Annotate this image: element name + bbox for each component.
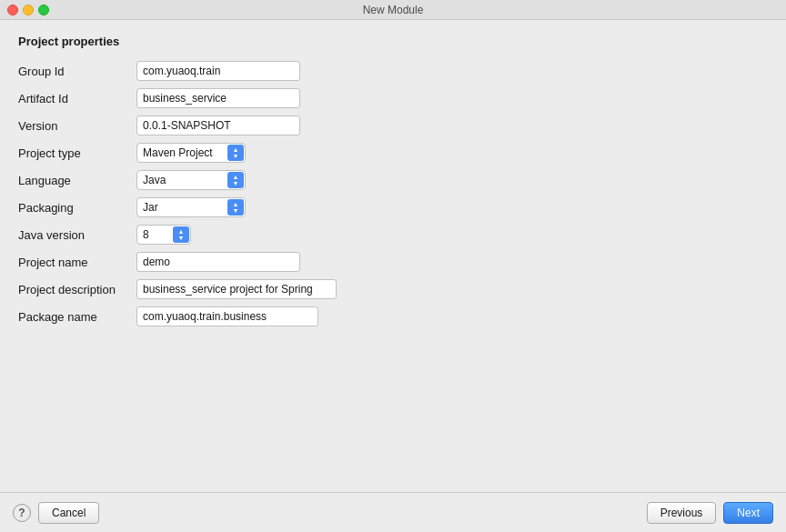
project-type-select-wrapper: Maven Project Gradle Project ▲ ▼ xyxy=(136,143,246,163)
group-id-label: Group Id xyxy=(18,65,136,78)
artifact-id-label: Artifact Id xyxy=(18,92,136,105)
package-name-row xyxy=(136,306,455,326)
java-version-select-wrapper: 8 11 17 ▲ ▼ xyxy=(136,225,191,245)
project-name-label: Project name xyxy=(18,256,136,269)
window-title: New Module xyxy=(363,4,424,16)
package-name-input[interactable] xyxy=(136,306,318,326)
project-description-input[interactable] xyxy=(136,279,337,299)
next-button[interactable]: Next xyxy=(723,502,773,524)
project-name-input[interactable] xyxy=(136,252,300,272)
maximize-button[interactable] xyxy=(38,5,49,15)
project-type-label: Project type xyxy=(18,146,136,160)
previous-button[interactable]: Previous xyxy=(647,502,717,524)
packaging-label: Packaging xyxy=(18,201,136,215)
content-area: Project properties Group Id Artifact Id … xyxy=(0,20,786,492)
minimize-button[interactable] xyxy=(23,5,34,15)
packaging-select[interactable]: Jar War xyxy=(136,197,246,217)
project-description-row xyxy=(136,279,455,299)
group-id-input[interactable] xyxy=(136,61,300,81)
packaging-row: Jar War ▲ ▼ xyxy=(136,197,455,217)
artifact-id-row xyxy=(136,88,455,108)
close-button[interactable] xyxy=(7,5,18,15)
help-button[interactable]: ? xyxy=(13,504,31,522)
project-type-row: Maven Project Gradle Project ▲ ▼ xyxy=(136,143,455,163)
section-title: Project properties xyxy=(18,35,768,48)
project-name-row xyxy=(136,252,455,272)
project-description-label: Project description xyxy=(18,283,136,296)
cancel-button[interactable]: Cancel xyxy=(38,502,99,524)
package-name-label: Package name xyxy=(18,310,136,324)
group-id-row xyxy=(136,61,455,81)
traffic-lights xyxy=(7,5,49,15)
packaging-select-wrapper: Jar War ▲ ▼ xyxy=(136,197,246,217)
version-label: Version xyxy=(18,119,136,133)
language-select-wrapper: Java Kotlin Groovy ▲ ▼ xyxy=(136,170,246,190)
java-version-label: Java version xyxy=(18,228,136,242)
project-type-select[interactable]: Maven Project Gradle Project xyxy=(136,143,246,163)
language-label: Language xyxy=(18,174,136,187)
java-version-row: 8 11 17 ▲ ▼ xyxy=(136,225,455,245)
version-row xyxy=(136,115,455,136)
bottom-right-controls: Previous Next xyxy=(647,502,773,524)
project-properties-form: Group Id Artifact Id Version Project typ… xyxy=(18,61,455,326)
version-input[interactable] xyxy=(136,115,300,136)
title-bar: New Module xyxy=(0,0,786,20)
bottom-bar: ? Cancel Previous Next xyxy=(0,492,786,532)
bottom-left-controls: ? Cancel xyxy=(13,502,99,524)
artifact-id-input[interactable] xyxy=(136,88,300,108)
language-row: Java Kotlin Groovy ▲ ▼ xyxy=(136,170,455,190)
language-select[interactable]: Java Kotlin Groovy xyxy=(136,170,246,190)
java-version-select[interactable]: 8 11 17 xyxy=(136,225,191,245)
